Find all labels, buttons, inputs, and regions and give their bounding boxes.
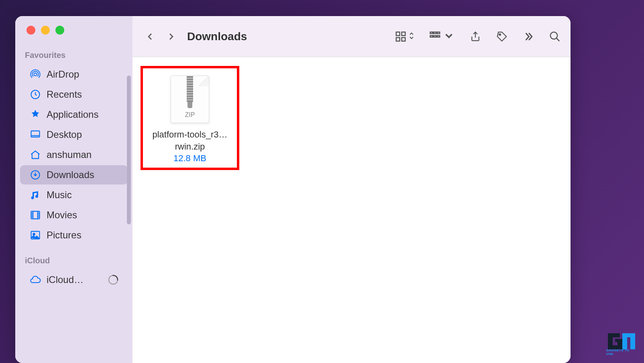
sidebar-item-desktop[interactable]: Desktop (20, 125, 128, 144)
music-icon (30, 189, 41, 201)
sidebar-item-icloud[interactable]: iCloud… (20, 270, 128, 289)
cloud-icon (30, 274, 41, 285)
minimize-button[interactable] (41, 26, 50, 35)
recents-icon (30, 89, 41, 100)
sidebar-item-label: iCloud… (47, 274, 84, 285)
svg-rect-10 (402, 37, 406, 41)
sidebar-item-label: Movies (47, 209, 77, 221)
file-name: platform-tools_r3…rwin.zip (145, 129, 234, 152)
svg-rect-16 (437, 35, 440, 37)
chevron-down-icon (443, 30, 455, 43)
svg-rect-11 (430, 32, 433, 33)
airdrop-icon (30, 69, 41, 80)
watermark: GADGETS TO USE (606, 330, 637, 356)
share-icon (469, 31, 481, 43)
icloud-sync-progress-icon (108, 275, 118, 285)
group-by-button[interactable] (429, 30, 455, 43)
view-mode-button[interactable] (395, 31, 415, 43)
sidebar-item-label: Recents (47, 89, 82, 100)
sidebar-item-recents[interactable]: Recents (20, 85, 128, 104)
sidebar-item-label: Desktop (47, 129, 82, 140)
back-button[interactable] (142, 29, 158, 45)
sidebar-item-label: Downloads (47, 169, 94, 180)
chevron-up-down-icon (408, 32, 415, 41)
zip-file-icon: ZIP (171, 76, 209, 123)
more-button[interactable] (522, 31, 534, 43)
movies-icon (30, 209, 41, 221)
search-button[interactable] (549, 31, 561, 43)
group-icon (429, 31, 441, 43)
maximize-button[interactable] (55, 26, 64, 35)
sidebar-item-pictures[interactable]: Pictures (20, 226, 128, 245)
section-header-icloud: iCloud (15, 256, 132, 269)
sidebar-item-home[interactable]: anshuman (20, 145, 128, 164)
svg-rect-8 (402, 32, 406, 35)
close-button[interactable] (26, 26, 35, 35)
sidebar: Favourites AirDrop Recents Applications … (15, 16, 132, 363)
tag-icon (496, 31, 508, 43)
svg-rect-9 (396, 37, 400, 41)
sidebar-item-applications[interactable]: Applications (20, 105, 128, 124)
tags-button[interactable] (496, 31, 508, 43)
toolbar-right (395, 30, 561, 43)
chevrons-right-icon (522, 31, 534, 43)
sidebar-item-label: Pictures (47, 230, 82, 241)
home-icon (30, 149, 41, 160)
sidebar-item-airdrop[interactable]: AirDrop (20, 65, 128, 84)
window-controls (15, 26, 132, 35)
file-size: 12.8 MB (173, 153, 206, 164)
svg-rect-7 (396, 32, 400, 35)
file-item[interactable]: ZIP platform-tools_r3…rwin.zip 12.8 MB (141, 66, 239, 170)
sidebar-item-label: Music (47, 189, 72, 201)
pictures-icon (30, 230, 41, 241)
svg-rect-13 (437, 32, 440, 33)
desktop-icon (30, 129, 41, 140)
file-grid: ZIP platform-tools_r3…rwin.zip 12.8 MB (132, 57, 571, 363)
svg-rect-14 (430, 35, 433, 37)
grid-icon (395, 31, 407, 43)
main-area: Downloads (132, 16, 571, 363)
svg-rect-2 (31, 131, 40, 137)
svg-point-17 (499, 34, 501, 35)
svg-point-6 (33, 233, 35, 235)
toolbar: Downloads (132, 16, 571, 57)
sidebar-item-label: Applications (47, 109, 98, 120)
sidebar-item-label: anshuman (47, 149, 92, 160)
sidebar-item-music[interactable]: Music (20, 185, 128, 205)
search-icon (549, 31, 561, 43)
sidebar-item-label: AirDrop (47, 69, 79, 80)
applications-icon (30, 109, 41, 120)
svg-point-0 (34, 73, 37, 76)
zip-label: ZIP (171, 111, 209, 119)
sidebar-item-movies[interactable]: Movies (20, 205, 128, 225)
downloads-icon (30, 169, 41, 180)
watermark-logo-icon (606, 330, 637, 350)
watermark-text: GADGETS TO USE (606, 349, 637, 356)
sidebar-item-downloads[interactable]: Downloads (20, 165, 128, 185)
forward-button[interactable] (163, 29, 179, 45)
svg-rect-12 (434, 32, 436, 33)
svg-point-18 (550, 32, 558, 39)
share-button[interactable] (469, 31, 481, 43)
svg-rect-15 (434, 35, 436, 37)
section-header-favourites: Favourites (15, 51, 132, 64)
finder-window: Favourites AirDrop Recents Applications … (15, 16, 571, 363)
sidebar-scrollbar[interactable] (127, 76, 131, 224)
page-title: Downloads (187, 30, 390, 43)
